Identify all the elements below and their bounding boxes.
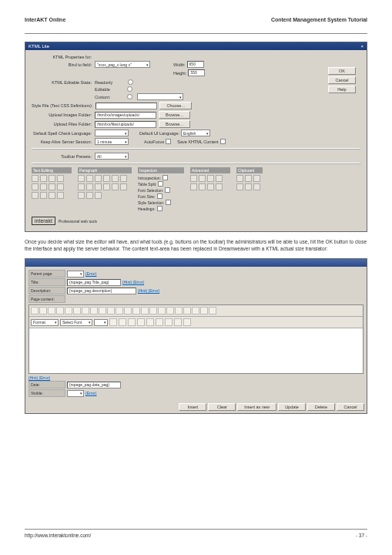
- clear-button[interactable]: Clear: [208, 403, 236, 411]
- insertnew-button[interactable]: Insert as new: [237, 403, 276, 411]
- close-icon[interactable]: ×: [360, 44, 364, 49]
- tool-icon[interactable]: [32, 175, 39, 182]
- readonly-radio[interactable]: [128, 79, 133, 85]
- save-check[interactable]: [220, 139, 226, 144]
- spell-label: Default Spell Check Language:: [32, 131, 95, 136]
- save-label: Save XHTML Content: [177, 140, 218, 144]
- keep-select[interactable]: 1 minute: [95, 138, 129, 145]
- ktml-dialog: KTML Lite × OK Cancel Help KTML Properti…: [25, 42, 367, 232]
- cancel2-button[interactable]: Cancel: [337, 403, 364, 411]
- insert-button[interactable]: Insert: [179, 403, 206, 411]
- upimg-input[interactable]: /html/xx/images/uploads/: [95, 112, 156, 119]
- spell-select[interactable]: [95, 130, 129, 136]
- header-rule: [25, 33, 367, 34]
- width-label: Width:: [173, 62, 186, 67]
- custom-radio[interactable]: [127, 94, 132, 99]
- footer-url: http://www.interaktonline.com/: [25, 533, 91, 538]
- choose-button[interactable]: Choose...: [159, 102, 192, 109]
- editable-radio[interactable]: [127, 86, 132, 92]
- dialog-titlebar: KTML Lite ×: [25, 42, 367, 50]
- logo: interakt: [32, 217, 55, 225]
- ktml-editor: FormatSelect Font: [28, 304, 364, 374]
- upimg-label: Upload Images Folder:: [32, 113, 95, 117]
- form-editor: Parent page:(Error) Title:{rspage_pag.Ti…: [25, 258, 367, 414]
- browse-img-button[interactable]: Browse...: [159, 111, 190, 119]
- bind-select[interactable]: "xxxx_pag_x long x": [95, 61, 150, 68]
- header-left: InterAKT Online: [25, 17, 65, 22]
- upfile-input[interactable]: /html/xx/files/uploads/: [95, 121, 156, 128]
- editstate-label: KTML Editable State:: [32, 80, 95, 85]
- upfile-label: Upload Files Folder:: [32, 122, 95, 126]
- ok-button[interactable]: OK: [328, 67, 356, 75]
- update-button[interactable]: Update: [278, 403, 306, 411]
- autofocus-check[interactable]: [166, 139, 171, 144]
- ui-label: Default UI Language:: [139, 131, 179, 136]
- help-button[interactable]: Help: [328, 86, 356, 93]
- keep-label: Keep Alive Server Session:: [32, 140, 95, 144]
- height-input[interactable]: 550: [188, 69, 205, 76]
- header-right: Content Management System Tutorial: [271, 17, 367, 22]
- props-label: KTML Properties for:: [32, 55, 95, 59]
- cancel-button[interactable]: Cancel: [328, 76, 356, 84]
- style-label: Style File (Text CSS Definitions):: [32, 103, 95, 108]
- custom-select[interactable]: [137, 93, 183, 100]
- presets-select[interactable]: All: [95, 153, 129, 160]
- style-input[interactable]: [95, 103, 157, 109]
- footer-page: - 37 -: [356, 533, 367, 538]
- dialog-title: KTML Lite: [28, 44, 49, 49]
- delete-button[interactable]: Delete: [307, 403, 335, 411]
- presets-label: Toolbar Presets:: [32, 154, 95, 159]
- bind-label: Bind to field:: [32, 62, 95, 67]
- autofocus-label: AutoFocus: [144, 140, 164, 144]
- height-label: Height:: [173, 71, 186, 76]
- browse-file-button[interactable]: Browse...: [159, 120, 190, 128]
- body-paragraph: Once you decide what size the editor wil…: [25, 238, 367, 252]
- width-input[interactable]: 650: [187, 61, 204, 68]
- ui-select[interactable]: English: [181, 130, 210, 136]
